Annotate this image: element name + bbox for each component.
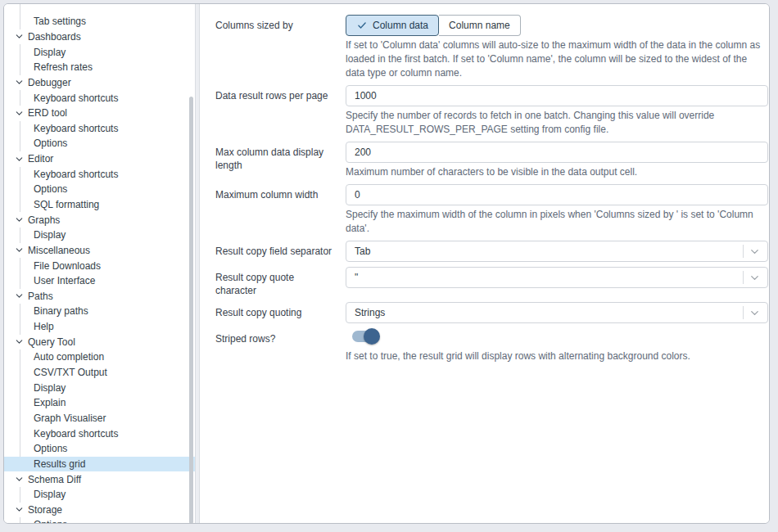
sidebar-item-label: Display bbox=[34, 489, 66, 500]
sidebar-item-label: Display bbox=[34, 47, 66, 58]
sidebar-item-user-interface[interactable]: User Interface bbox=[4, 273, 195, 289]
sidebar-item-display[interactable]: Display bbox=[4, 380, 195, 395]
sidebar-item-refresh-rates[interactable]: Refresh rates bbox=[4, 60, 195, 75]
sidebar-item-label: Tab settings bbox=[34, 16, 86, 27]
sidebar-item-miscellaneous[interactable]: Miscellaneous bbox=[4, 243, 195, 259]
striped-rows-label: Striped rows? bbox=[215, 328, 346, 363]
button-label: Column name bbox=[449, 20, 510, 31]
chevron-down-icon[interactable] bbox=[12, 474, 25, 485]
sidebar-scrollbar[interactable] bbox=[189, 97, 193, 523]
sidebar-item-sql-formatting[interactable]: SQL formatting bbox=[4, 197, 195, 213]
chevron-down-icon[interactable] bbox=[12, 504, 25, 516]
chevron-down-icon[interactable] bbox=[12, 77, 25, 88]
sidebar-item-keyboard-shortcuts[interactable]: Keyboard shortcuts bbox=[4, 120, 195, 136]
sidebar-item-label: User Interface bbox=[34, 275, 95, 286]
sidebar-item-help[interactable]: Help bbox=[4, 319, 195, 335]
sidebar-item-label: CSV/TXT Output bbox=[34, 367, 107, 378]
chevron-down-icon[interactable] bbox=[12, 31, 25, 43]
sidebar-item-options[interactable]: Options bbox=[4, 182, 195, 197]
sidebar-item-erd-tool[interactable]: ERD tool bbox=[4, 106, 195, 121]
sidebar-item-display[interactable]: Display bbox=[4, 228, 195, 243]
result-copy-quoting-value: Strings bbox=[355, 307, 743, 318]
sidebar-item-label: Editor bbox=[28, 153, 53, 165]
result-copy-field-separator-label: Result copy field separator bbox=[215, 241, 346, 262]
columns-sized-by-option-column-data[interactable]: Column data bbox=[346, 15, 439, 36]
chevron-down-icon[interactable] bbox=[12, 107, 25, 119]
sidebar-item-label: Options bbox=[34, 443, 67, 454]
chevron-down-icon[interactable] bbox=[749, 307, 761, 319]
sidebar-item-graphs[interactable]: Graphs bbox=[4, 212, 195, 228]
sidebar-item-label: Dashboards bbox=[28, 31, 81, 43]
sidebar-item-label: Keyboard shortcuts bbox=[34, 169, 118, 180]
button-label: Column data bbox=[373, 20, 428, 31]
result-copy-quoting-select[interactable]: Strings bbox=[346, 302, 768, 323]
chevron-down-icon[interactable] bbox=[12, 214, 25, 226]
pref-row-max-column-data-display-length: Max column data display lengthMaximum nu… bbox=[215, 142, 769, 179]
select-separator bbox=[743, 245, 744, 258]
chevron-down-icon[interactable] bbox=[12, 245, 25, 256]
sidebar-item-label: Refresh rates bbox=[34, 61, 93, 73]
chevron-down-icon[interactable] bbox=[12, 153, 25, 165]
sidebar-item-csv-txt-output[interactable]: CSV/TXT Output bbox=[4, 365, 195, 381]
sidebar-item-query-tool[interactable]: Query Tool bbox=[4, 334, 195, 349]
sidebar-item-paths[interactable]: Paths bbox=[4, 289, 195, 304]
maximum-column-width-label: Maximum column width bbox=[215, 184, 346, 236]
columns-sized-by-option-column-name[interactable]: Column name bbox=[439, 15, 521, 36]
sidebar-item-auto-completion[interactable]: Auto completion bbox=[4, 349, 195, 365]
sidebar-item-results-grid[interactable]: Results grid bbox=[4, 457, 195, 472]
sidebar-item-keyboard-shortcuts[interactable]: Keyboard shortcuts bbox=[4, 426, 195, 441]
results-grid-preferences-panel: Columns sized byColumn dataColumn nameIf… bbox=[200, 4, 769, 523]
sidebar-item-storage[interactable]: Storage bbox=[4, 503, 195, 518]
columns-sized-by-label: Columns sized by bbox=[215, 15, 346, 80]
striped-rows-toggle[interactable] bbox=[352, 328, 380, 345]
sidebar-item-debugger[interactable]: Debugger bbox=[4, 75, 195, 91]
sidebar-item-options[interactable]: Options bbox=[4, 517, 195, 523]
sidebar-item-options[interactable]: Options bbox=[4, 441, 195, 457]
pref-row-data-result-rows-per-page: Data result rows per pageSpecify the num… bbox=[215, 85, 769, 137]
sidebar-item-label: Binary paths bbox=[34, 305, 88, 317]
chevron-down-icon[interactable] bbox=[749, 246, 761, 258]
sidebar-item-label: Debugger bbox=[28, 77, 71, 88]
result-copy-field-separator-select[interactable]: Tab bbox=[346, 241, 768, 262]
sidebar-item-keyboard-shortcuts[interactable]: Keyboard shortcuts bbox=[4, 90, 195, 106]
toggle-thumb bbox=[364, 328, 380, 345]
check-icon bbox=[356, 20, 368, 31]
sidebar-item-label: Auto completion bbox=[34, 351, 104, 363]
max-column-data-display-length-input[interactable] bbox=[346, 142, 768, 163]
result-copy-quoting-label: Result copy quoting bbox=[215, 302, 346, 323]
max-column-data-display-length-control-area: Maximum number of characters to be visib… bbox=[346, 142, 768, 179]
sidebar-item-binary-paths[interactable]: Binary paths bbox=[4, 304, 195, 319]
sidebar-item-schema-diff[interactable]: Schema Diff bbox=[4, 471, 195, 487]
chevron-down-icon[interactable] bbox=[12, 291, 25, 302]
sidebar-item-explain[interactable]: Explain bbox=[4, 395, 195, 411]
sidebar-item-display[interactable]: Display bbox=[4, 44, 195, 60]
result-copy-quote-character-select[interactable]: " bbox=[346, 267, 768, 288]
maximum-column-width-input[interactable] bbox=[346, 184, 768, 205]
sidebar-item-editor[interactable]: Editor bbox=[4, 151, 195, 167]
sidebar-item-display[interactable]: Display bbox=[4, 487, 195, 503]
sidebar-item-options[interactable]: Options bbox=[4, 136, 195, 151]
sidebar-item-label: Graphs bbox=[28, 214, 60, 226]
pref-row-columns-sized-by: Columns sized byColumn dataColumn nameIf… bbox=[215, 15, 769, 80]
result-copy-quoting-control-area: Strings bbox=[346, 302, 768, 323]
pref-row-result-copy-field-separator: Result copy field separatorTab bbox=[215, 241, 769, 262]
sidebar-item-label: Storage bbox=[28, 504, 62, 516]
columns-sized-by-control-area: Column dataColumn nameIf set to 'Column … bbox=[346, 15, 768, 80]
sidebar-item-keyboard-shortcuts[interactable]: Keyboard shortcuts bbox=[4, 166, 195, 182]
maximum-column-width-help-text: Specify the maximum width of the column … bbox=[346, 208, 763, 236]
data-result-rows-per-page-input[interactable] bbox=[346, 85, 768, 106]
sidebar-item-label: Schema Diff bbox=[28, 474, 81, 485]
result-copy-quote-character-value: " bbox=[355, 272, 743, 283]
sidebar-item-label: Keyboard shortcuts bbox=[34, 428, 118, 440]
sidebar-item-label: Options bbox=[34, 183, 67, 195]
preferences-dialog: Tab settingsDashboardsDisplayRefresh rat… bbox=[3, 3, 770, 524]
columns-sized-by-button-group: Column dataColumn name bbox=[346, 15, 521, 36]
select-separator bbox=[743, 271, 744, 284]
striped-rows-control-area: If set to true, the result grid will dis… bbox=[346, 328, 768, 363]
chevron-down-icon[interactable] bbox=[12, 336, 25, 348]
sidebar-item-dashboards[interactable]: Dashboards bbox=[4, 29, 195, 45]
chevron-down-icon[interactable] bbox=[749, 272, 761, 284]
sidebar-item-file-downloads[interactable]: File Downloads bbox=[4, 258, 195, 273]
sidebar-item-tab-settings[interactable]: Tab settings bbox=[4, 14, 195, 29]
sidebar-item-graph-visualiser[interactable]: Graph Visualiser bbox=[4, 411, 195, 426]
